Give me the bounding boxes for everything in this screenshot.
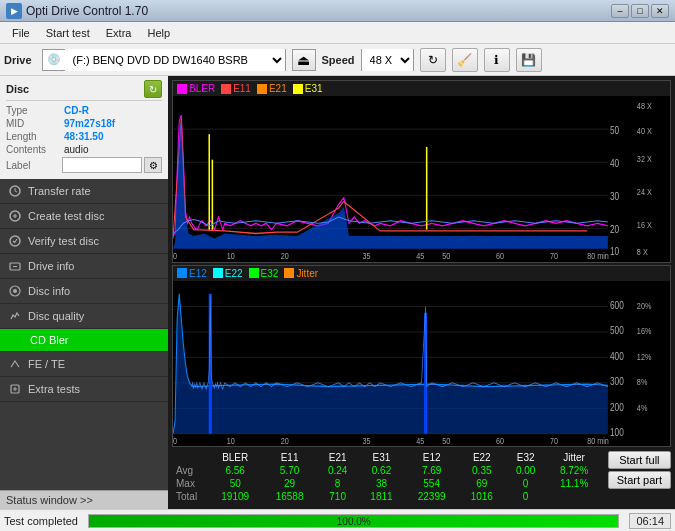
save-button[interactable]: 💾 <box>516 48 542 72</box>
progress-text: 100.0% <box>89 515 618 529</box>
right-panel: BLER E11 E21 E31 <box>168 76 675 509</box>
svg-text:0: 0 <box>173 251 177 261</box>
time-display: 06:14 <box>629 513 671 529</box>
stats-col-e22: E22 <box>459 451 505 464</box>
app-icon: ▶ <box>6 3 22 19</box>
svg-text:10: 10 <box>610 246 619 257</box>
disc-type-label: Type <box>6 105 64 116</box>
drive-selector-wrapper: 💿 (F:) BENQ DVD DD DW1640 BSRB <box>42 49 286 71</box>
stats-max-e31: 38 <box>359 477 405 490</box>
svg-text:20%: 20% <box>637 301 651 311</box>
disc-contents-label: Contents <box>6 144 64 155</box>
legend-e12-color <box>177 268 187 278</box>
stats-max-label: Max <box>172 477 208 490</box>
stats-max-jitter: 11.1% <box>546 477 601 490</box>
stats-col-e11: E11 <box>262 451 316 464</box>
svg-text:40: 40 <box>610 159 619 170</box>
stats-total-label: Total <box>172 490 208 503</box>
nav-disc-quality-label: Disc quality <box>28 310 84 322</box>
start-part-button[interactable]: Start part <box>608 471 671 489</box>
legend-bler-color <box>177 84 187 94</box>
nav-disc-info-label: Disc info <box>28 285 70 297</box>
stats-col-jitter: Jitter <box>546 451 601 464</box>
nav-transfer-rate-label: Transfer rate <box>28 185 91 197</box>
progress-bar: 100.0% <box>88 514 619 528</box>
legend-e22-label: E22 <box>225 268 243 279</box>
left-panel: Disc ↻ Type CD-R MID 97m27s18f Length 48… <box>0 76 168 509</box>
sidebar-item-transfer-rate[interactable]: Transfer rate <box>0 179 168 204</box>
disc-refresh-button[interactable]: ↻ <box>144 80 162 98</box>
statusbar: Test completed 100.0% 06:14 <box>0 509 675 531</box>
svg-text:32 X: 32 X <box>637 155 652 165</box>
svg-text:16%: 16% <box>637 326 651 336</box>
disc-info-panel: Disc ↻ Type CD-R MID 97m27s18f Length 48… <box>0 76 168 179</box>
status-window-button[interactable]: Status window >> <box>0 490 168 509</box>
main-area: Disc ↻ Type CD-R MID 97m27s18f Length 48… <box>0 76 675 509</box>
stats-col-e12: E12 <box>404 451 458 464</box>
legend-e21: E21 <box>257 83 287 94</box>
erase-button[interactable]: 🧹 <box>452 48 478 72</box>
sidebar-item-cd-bler[interactable]: CD Bler <box>0 329 168 352</box>
svg-point-5 <box>13 289 17 293</box>
disc-quality-icon <box>8 309 22 323</box>
svg-text:80 min: 80 min <box>587 436 609 446</box>
stats-col-bler: BLER <box>208 451 262 464</box>
legend-e31-label: E31 <box>305 83 323 94</box>
svg-text:600: 600 <box>610 300 624 311</box>
label-settings-button[interactable]: ⚙ <box>144 157 162 173</box>
svg-text:200: 200 <box>610 402 624 413</box>
legend-e31-color <box>293 84 303 94</box>
legend-e11: E11 <box>221 83 251 94</box>
legend-e21-label: E21 <box>269 83 287 94</box>
sidebar-item-disc-info[interactable]: Disc info <box>0 279 168 304</box>
legend-e22-color <box>213 268 223 278</box>
legend-e22: E22 <box>213 268 243 279</box>
disc-label-label: Label <box>6 160 62 171</box>
drive-label: Drive <box>4 54 32 66</box>
stats-total-jitter <box>546 490 601 503</box>
menu-start-test[interactable]: Start test <box>38 25 98 41</box>
nav-create-test-disc-label: Create test disc <box>28 210 104 222</box>
stats-section: BLER E11 E21 E31 E12 E22 E32 Jitter Avg … <box>172 449 671 505</box>
eject-button[interactable]: ⏏ <box>292 49 316 71</box>
sidebar-item-drive-info[interactable]: Drive info <box>0 254 168 279</box>
menu-help[interactable]: Help <box>139 25 178 41</box>
stats-col-label <box>172 451 208 464</box>
menu-file[interactable]: File <box>4 25 38 41</box>
status-text: Test completed <box>4 515 78 527</box>
sidebar-item-extra-tests[interactable]: Extra tests <box>0 377 168 402</box>
chart1-svg-wrapper: 50 40 30 20 10 48 X 40 X 32 X 24 X 16 X … <box>173 96 670 262</box>
legend-bler-label: BLER <box>189 83 215 94</box>
menubar: File Start test Extra Help <box>0 22 675 44</box>
sidebar-item-fe-te[interactable]: FE / TE <box>0 352 168 377</box>
e-chart-container: E12 E22 E32 Jitter <box>172 265 671 448</box>
disc-contents-row: Contents audio <box>6 144 162 155</box>
svg-text:70: 70 <box>550 251 558 261</box>
svg-text:24 X: 24 X <box>637 188 652 198</box>
speed-select[interactable]: 48 X Max 4 X 8 X 16 X 24 X 32 X 40 X <box>362 49 413 71</box>
svg-text:20: 20 <box>281 251 289 261</box>
disc-mid-label: MID <box>6 118 64 129</box>
close-button[interactable]: ✕ <box>651 4 669 18</box>
menu-extra[interactable]: Extra <box>98 25 140 41</box>
disc-label-input[interactable] <box>62 157 142 173</box>
speed-selector-wrapper: 48 X Max 4 X 8 X 16 X 24 X 32 X 40 X <box>361 49 414 71</box>
disc-contents-value: audio <box>64 144 88 155</box>
minimize-button[interactable]: – <box>611 4 629 18</box>
drive-select[interactable]: (F:) BENQ DVD DD DW1640 BSRB <box>65 49 285 71</box>
sidebar-item-verify-test-disc[interactable]: Verify test disc <box>0 229 168 254</box>
start-full-button[interactable]: Start full <box>608 451 671 469</box>
window-controls[interactable]: – □ ✕ <box>611 4 669 18</box>
stats-col-e31: E31 <box>359 451 405 464</box>
refresh-button[interactable]: ↻ <box>420 48 446 72</box>
svg-text:400: 400 <box>610 351 624 362</box>
stats-avg-row: Avg 6.56 5.70 0.24 0.62 7.69 0.35 0.00 8… <box>172 464 602 477</box>
sidebar-item-disc-quality[interactable]: Disc quality <box>0 304 168 329</box>
svg-text:35: 35 <box>362 436 370 446</box>
svg-text:8 X: 8 X <box>637 247 648 257</box>
info-button[interactable]: ℹ <box>484 48 510 72</box>
stats-max-e32: 0 <box>505 477 547 490</box>
sidebar-item-create-test-disc[interactable]: Create test disc <box>0 204 168 229</box>
maximize-button[interactable]: □ <box>631 4 649 18</box>
transfer-rate-icon <box>8 184 22 198</box>
